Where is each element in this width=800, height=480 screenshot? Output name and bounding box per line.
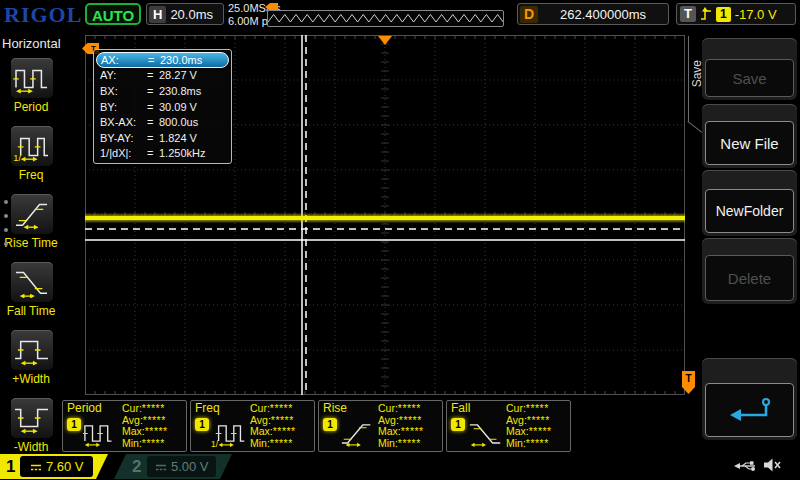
menu-tab-outline [687, 121, 702, 133]
stat-row: Min:***** [122, 438, 168, 450]
svg-text:1/: 1/ [211, 439, 219, 448]
measurement-panel-fall[interactable]: Fall 1 Cur:***** Avg:***** Max:***** Min… [446, 400, 571, 452]
left-menu-title: Horizontal [2, 36, 61, 51]
rising-edge-icon [700, 6, 712, 22]
stat-row: Min:***** [250, 438, 296, 450]
trigger-box[interactable]: T 1 -17.0 V [676, 3, 796, 25]
softkey-new-folder[interactable]: NewFolder [702, 170, 797, 236]
usb-icon [733, 459, 759, 473]
menu-item-minus-width[interactable] [11, 398, 53, 438]
menu-item-fall-time[interactable] [11, 262, 53, 302]
cursor-value: 800.0us [159, 116, 229, 128]
cursor-eq: = [147, 69, 159, 81]
dc-coupling-icon [155, 462, 167, 472]
menu-scroll-dot [4, 214, 8, 218]
delay-value: 262.400000ms [538, 7, 668, 22]
softkey-new-file-label: New File [705, 121, 794, 165]
cursor-value: 28.27 V [159, 69, 229, 81]
horizontal-scale-value: 20.0ms [170, 7, 213, 22]
waveform-preview[interactable] [267, 10, 504, 27]
menu-label-freq: Freq [0, 168, 62, 182]
softkey-delete[interactable]: Delete [702, 238, 797, 304]
menu-tab-outline [688, 36, 689, 122]
measurement-title: Rise [323, 401, 347, 415]
cursor-label: AY: [100, 69, 147, 81]
menu-label-rise-time: Rise Time [0, 236, 62, 250]
cursor-row-ay[interactable]: AY: = 28.27 V [96, 68, 229, 84]
channel-1-indicator[interactable]: 1 7.60 V [0, 454, 108, 479]
fall-meas-icon [467, 419, 505, 448]
trigger-position-marker-icon[interactable] [378, 36, 392, 45]
channel-badge: 1 [451, 418, 465, 431]
cursor-eq: = [147, 85, 159, 97]
cursor-label: BY: [100, 101, 147, 113]
channel-1-scale: 7.60 V [46, 459, 84, 474]
menu-scroll-dot [4, 200, 8, 204]
cursor-value: 230.0ms [160, 54, 228, 66]
svg-text:1/: 1/ [13, 152, 21, 162]
cursor-label: BY-AY: [100, 132, 147, 144]
rise-time-icon [13, 198, 51, 230]
cursor-label: 1/|dX|: [100, 147, 147, 159]
cursor-eq: = [147, 101, 159, 113]
cursor-value: 30.09 V [159, 101, 229, 113]
run-status-badge[interactable]: AUTO [85, 3, 141, 25]
waveform-display[interactable]: T T AX: = 230.0ms AY: = 28.27 V BX: = 23… [85, 35, 685, 395]
menu-item-freq[interactable]: 1/ [11, 126, 53, 166]
channel-2-number: 2 [132, 457, 141, 477]
menu-item-period[interactable] [11, 58, 53, 98]
softkey-save[interactable]: Save [702, 38, 797, 100]
horizontal-key-label: H [149, 6, 166, 23]
cursor-eq: = [147, 132, 159, 144]
cursor-value: 1.250kHz [159, 147, 229, 159]
cursor-label: BX: [100, 85, 147, 97]
measurement-title: Fall [451, 401, 470, 415]
cursor-row-bx[interactable]: BX: = 230.8ms [96, 83, 229, 99]
menu-item-rise-time[interactable] [11, 194, 53, 234]
channel-2-indicator[interactable]: 2 5.00 V [114, 454, 232, 479]
menu-label-fall-time: Fall Time [0, 304, 62, 318]
cursor-eq: = [147, 147, 159, 159]
cursor-row-bx-ax[interactable]: BX-AX: = 800.0us [96, 114, 229, 130]
cursor-row-inv-dx[interactable]: 1/|dX|: = 1.250kHz [96, 146, 229, 162]
trigger-key-label: T [680, 6, 696, 22]
cursor-row-by[interactable]: BY: = 30.09 V [96, 99, 229, 115]
cursor-label: AX: [101, 54, 148, 66]
return-arrow-icon [725, 395, 775, 425]
menu-scroll-dot [4, 242, 8, 246]
rise-meas-icon [339, 419, 377, 448]
softkey-save-label: Save [705, 59, 794, 97]
cursor-row-by-ay[interactable]: BY-AY: = 1.824 V [96, 130, 229, 146]
measurement-panel-period[interactable]: Period 1 Cur:***** Avg:***** Max:***** M… [62, 400, 187, 452]
menu-label-period: Period [0, 100, 62, 114]
measurement-panel-freq[interactable]: Freq 1 1/ Cur:***** Avg:***** Max:***** … [190, 400, 315, 452]
measurement-title: Freq [195, 401, 220, 415]
channel-badge: 1 [323, 418, 337, 431]
dc-coupling-icon [30, 462, 42, 472]
freq-icon: 1/ [13, 130, 51, 162]
cursor-row-ax[interactable]: AX: = 230.0ms [96, 52, 229, 68]
stat-row: Min:***** [506, 438, 552, 450]
rigol-logo: RIGOL [4, 2, 82, 28]
freq-meas-icon: 1/ [211, 419, 249, 448]
period-meas-icon [83, 419, 121, 448]
minus-width-icon [13, 402, 51, 434]
horizontal-scale-box[interactable]: H 20.0ms [146, 3, 224, 25]
menu-label-minus-width: -Width [0, 440, 62, 454]
softkey-new-folder-label: NewFolder [705, 189, 794, 233]
delay-box[interactable]: D 262.400000ms [517, 3, 669, 25]
menu-item-plus-width[interactable] [11, 330, 53, 370]
channel-badge: 1 [67, 418, 81, 431]
plus-width-icon [13, 334, 51, 366]
delay-key-label: D [520, 6, 538, 23]
cursor-readout-panel: AX: = 230.0ms AY: = 28.27 V BX: = 230.8m… [93, 49, 232, 164]
measurement-panel-rise[interactable]: Rise 1 Cur:***** Avg:***** Max:***** Min… [318, 400, 443, 452]
softkey-back[interactable] [702, 358, 797, 440]
period-icon [13, 62, 51, 94]
oscilloscope-screen: RIGOL AUTO H 20.0ms 25.0MSa/s 6.00M pts … [0, 0, 800, 480]
cursor-eq: = [148, 54, 160, 66]
channel-2-scale: 5.00 V [171, 459, 209, 474]
softkey-new-file[interactable]: New File [702, 104, 797, 168]
cursor-value: 1.824 V [159, 132, 229, 144]
speaker-mute-icon [762, 457, 782, 473]
